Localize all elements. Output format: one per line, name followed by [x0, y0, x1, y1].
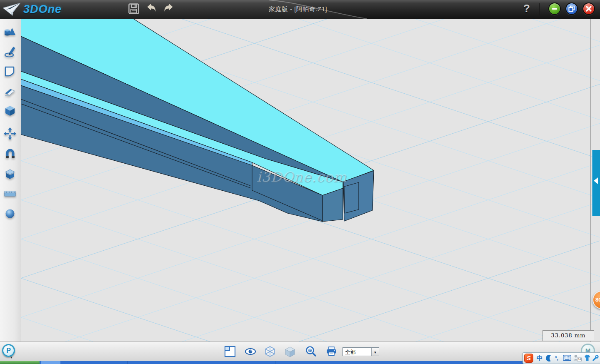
chinese-mode-icon: 中	[537, 354, 543, 362]
ime-toolbar: S 中 °, 14	[522, 352, 600, 364]
eraser-icon	[3, 85, 17, 98]
close-button[interactable]	[582, 2, 595, 15]
sketch-plane-icon	[3, 65, 17, 78]
sidebar-tool-sketch-plane[interactable]	[3, 65, 18, 80]
ime-punctuation-toggle[interactable]: °,	[555, 354, 558, 363]
dropdown-caret-icon: ▼	[374, 351, 377, 354]
display-filter-dropdown[interactable]: 全部 ▼	[342, 347, 379, 356]
pen-badge-letter: P	[6, 347, 11, 354]
ime-settings-button[interactable]	[592, 354, 599, 363]
material-sphere-icon	[3, 207, 17, 220]
open-box-icon	[3, 167, 17, 181]
save-button[interactable]	[128, 3, 140, 15]
scene-svg	[21, 19, 600, 342]
sidebar-tool-eraser[interactable]	[3, 85, 18, 100]
redo-button[interactable]	[163, 3, 175, 15]
notification-count: 80	[595, 297, 600, 303]
ime-user-center[interactable]: 14	[573, 354, 582, 364]
user-count-label: 14	[578, 358, 581, 361]
primitives-icon	[3, 25, 17, 38]
os-taskbar-sliver	[0, 361, 600, 364]
view-corner-button[interactable]	[225, 347, 235, 357]
sidebar-tool-primitives[interactable]	[3, 25, 18, 40]
taskbar-app-sliver[interactable]	[41, 361, 60, 364]
ime-skin-button[interactable]	[583, 354, 591, 363]
pen-mode-badge[interactable]: P	[2, 344, 15, 357]
wireframe-view-button[interactable]	[265, 347, 275, 357]
keyboard-icon	[563, 355, 571, 361]
moon-icon	[546, 354, 553, 362]
shirt-icon	[583, 354, 591, 362]
undo-button[interactable]	[146, 3, 158, 15]
sidebar-tool-solid-cube[interactable]	[3, 104, 18, 119]
sidebar-tool-measure[interactable]	[3, 187, 18, 202]
pen-badge-dropdown-caret[interactable]: ▾	[10, 355, 12, 359]
sketch-pencil-icon	[3, 45, 17, 58]
document-title: 家庭版 - [阿帕奇.Z1]	[225, 5, 371, 13]
right-panel-flyout-tab[interactable]	[592, 150, 600, 216]
print-button[interactable]	[327, 347, 336, 356]
save-icon	[128, 3, 140, 15]
sogou-logo-icon: S	[527, 354, 531, 362]
visibility-button[interactable]	[245, 349, 255, 354]
view-toolbar	[222, 343, 343, 360]
start-button-sliver[interactable]	[0, 361, 40, 364]
punctuation-icon: °,	[555, 355, 558, 361]
app-logo-text: 3DOne	[23, 3, 62, 16]
magnet-icon	[3, 147, 17, 161]
titlebar: 3DOne 家庭版 - [阿帕奇.Z1] ?	[0, 0, 600, 19]
move-arrows-icon	[3, 127, 17, 140]
wrench-icon	[592, 354, 599, 362]
solid-cube-icon	[3, 104, 17, 117]
wireframe-cube-icon	[265, 347, 275, 357]
sidebar-tool-magnet[interactable]	[3, 147, 18, 162]
printer-icon	[327, 347, 336, 356]
measurement-readout: 33.038 mm	[542, 330, 594, 341]
tool-sidebar	[0, 19, 21, 342]
bottom-toolbar: P ▾	[0, 342, 600, 361]
help-button[interactable]: ?	[521, 2, 532, 16]
redo-icon	[163, 3, 174, 14]
restore-icon	[566, 3, 577, 14]
model-apache-beam[interactable]	[21, 19, 374, 222]
ime-brand-button[interactable]: S	[524, 354, 533, 363]
shaded-cube-icon	[285, 347, 295, 357]
display-filter-button[interactable]: ▼	[371, 348, 379, 356]
flyout-left-arrow-icon	[594, 177, 598, 184]
sidebar-tool-open-box[interactable]	[3, 167, 18, 182]
ime-soft-keyboard[interactable]	[563, 355, 571, 364]
minimize-button[interactable]	[548, 2, 561, 15]
close-icon	[583, 3, 594, 14]
measure-ruler-icon	[3, 187, 17, 200]
sidebar-tool-move[interactable]	[3, 127, 18, 142]
ime-fullwidth-toggle[interactable]	[546, 354, 553, 364]
zoom-button[interactable]	[307, 347, 316, 356]
restore-button[interactable]	[565, 2, 578, 15]
paper-plane-logo-icon	[2, 2, 22, 17]
sidebar-tool-sketch[interactable]	[3, 45, 18, 60]
user-icon: 14	[573, 354, 582, 362]
titlebar-divider	[539, 3, 539, 15]
zoom-cube-icon	[307, 347, 316, 356]
shaded-view-button[interactable]	[285, 347, 295, 357]
display-filter-value: 全部	[345, 349, 356, 356]
sidebar-tool-material[interactable]	[3, 207, 18, 222]
ime-language-toggle[interactable]: 中	[537, 354, 543, 363]
minimize-icon	[549, 3, 560, 14]
undo-icon	[146, 3, 157, 14]
viewport-canvas[interactable]: i3DOne.com 33.038 mm 80	[21, 19, 600, 342]
